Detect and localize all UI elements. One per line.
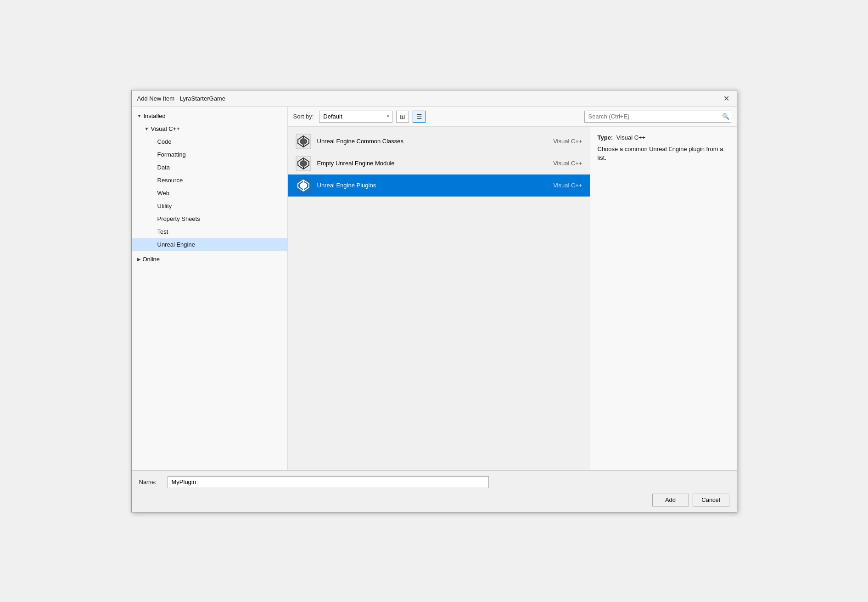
- sidebar-item-data[interactable]: Data: [132, 161, 287, 174]
- items-panel: Unreal Engine Common Classes Visual C++ …: [288, 127, 590, 470]
- sidebar-item-utility[interactable]: Utility: [132, 200, 287, 213]
- button-row: Add Cancel: [139, 494, 729, 506]
- content-area: Sort by: Default Name Type ⊞ ☰ 🔍: [288, 107, 737, 470]
- item-type-plugins: Visual C++: [546, 182, 582, 189]
- sidebar-item-unreal-engine[interactable]: Unreal Engine: [132, 238, 287, 251]
- toolbar: Sort by: Default Name Type ⊞ ☰ 🔍: [288, 107, 737, 127]
- title-bar: Add New Item - LyraStarterGame ✕: [132, 90, 737, 107]
- sort-select[interactable]: Default Name Type: [319, 111, 392, 123]
- visual-cpp-label: Visual C++: [151, 125, 179, 132]
- item-name-plugins: Unreal Engine Plugins: [317, 182, 540, 189]
- unreal-plugins-icon: [295, 177, 312, 194]
- sidebar-item-web[interactable]: Web: [132, 187, 287, 200]
- sidebar-visual-cpp-header[interactable]: ▼ Visual C++: [132, 123, 287, 135]
- unreal-common-classes-icon: [295, 133, 312, 150]
- sidebar-item-test[interactable]: Test: [132, 225, 287, 238]
- dialog-title: Add New Item - LyraStarterGame: [137, 95, 225, 102]
- item-name-common-classes: Unreal Engine Common Classes: [317, 138, 540, 145]
- add-button[interactable]: Add: [652, 494, 689, 506]
- search-box: 🔍: [584, 111, 731, 123]
- online-triangle-icon: ▶: [137, 257, 141, 262]
- item-type-empty-module: Visual C++: [546, 160, 582, 167]
- main-content: ▼ Installed ▼ Visual C++ Code Formatting…: [132, 107, 737, 470]
- cancel-button[interactable]: Cancel: [693, 494, 729, 506]
- sidebar: ▼ Installed ▼ Visual C++ Code Formatting…: [132, 107, 288, 470]
- sidebar-item-property-sheets[interactable]: Property Sheets: [132, 213, 287, 225]
- list-icon: ☰: [416, 113, 422, 120]
- sort-select-wrapper: Default Name Type: [319, 111, 392, 123]
- item-type-common-classes: Visual C++: [546, 138, 582, 145]
- visual-cpp-triangle-icon: ▼: [145, 126, 149, 131]
- grid-view-button[interactable]: ⊞: [396, 111, 409, 123]
- installed-triangle-icon: ▼: [137, 113, 142, 118]
- unreal-empty-module-icon: [295, 155, 312, 172]
- sidebar-installed-header[interactable]: ▼ Installed: [132, 110, 287, 123]
- item-row-empty-module[interactable]: Empty Unreal Engine Module Visual C++: [288, 152, 590, 174]
- sidebar-item-resource[interactable]: Resource: [132, 174, 287, 187]
- bottom-bar: Name: Add Cancel: [132, 470, 737, 512]
- online-label: Online: [143, 256, 160, 263]
- installed-label: Installed: [143, 113, 165, 119]
- search-input[interactable]: [584, 111, 731, 123]
- sidebar-item-formatting[interactable]: Formatting: [132, 148, 287, 161]
- item-name-empty-module: Empty Unreal Engine Module: [317, 160, 540, 167]
- sort-label: Sort by:: [293, 113, 314, 120]
- name-label: Name:: [139, 478, 162, 485]
- info-type: Type: Visual C++: [598, 134, 729, 141]
- list-view-button[interactable]: ☰: [413, 111, 426, 123]
- item-row-common-classes[interactable]: Unreal Engine Common Classes Visual C++: [288, 130, 590, 152]
- grid-icon: ⊞: [400, 113, 405, 120]
- name-row: Name:: [139, 476, 729, 488]
- sidebar-online-header[interactable]: ▶ Online: [132, 253, 287, 266]
- search-icon: 🔍: [722, 113, 729, 120]
- add-new-item-dialog: Add New Item - LyraStarterGame ✕ ▼ Insta…: [131, 90, 737, 512]
- close-button[interactable]: ✕: [722, 94, 731, 103]
- info-panel: Type: Visual C++ Choose a common Unreal …: [590, 127, 737, 470]
- item-row-plugins[interactable]: Unreal Engine Plugins Visual C++: [288, 174, 590, 197]
- items-info-container: Unreal Engine Common Classes Visual C++ …: [288, 127, 737, 470]
- sidebar-item-code[interactable]: Code: [132, 135, 287, 148]
- info-description: Choose a common Unreal Engine plugin fro…: [598, 145, 729, 163]
- name-input[interactable]: [168, 476, 489, 488]
